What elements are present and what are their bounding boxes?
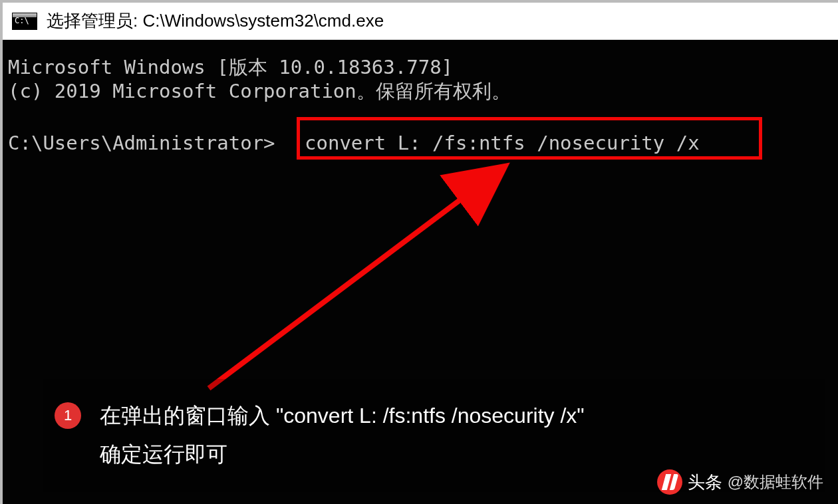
terminal-area[interactable]: Microsoft Windows [版本 10.0.18363.778] (c… (3, 40, 838, 504)
window-title: 选择管理员: C:\Windows\system32\cmd.exe (47, 9, 384, 33)
watermark-author: @数据蛙软件 (728, 471, 823, 493)
step-number-badge: 1 (55, 402, 81, 429)
svg-line-0 (209, 169, 501, 388)
version-line: Microsoft Windows [版本 10.0.18363.778] (8, 55, 453, 81)
highlight-rectangle (297, 117, 762, 160)
window-titlebar[interactable]: 选择管理员: C:\Windows\system32\cmd.exe (3, 3, 838, 40)
arrow-annotation (189, 156, 535, 402)
watermark: 头条 @数据蛙软件 (657, 469, 823, 495)
copyright-line: (c) 2019 Microsoft Corporation。保留所有权利。 (8, 78, 511, 105)
cmd-icon (12, 13, 37, 30)
prompt-text: C:\Users\Administrator> (8, 132, 275, 154)
instruction-text: 在弹出的窗口输入 "convert L: /fs:ntfs /nosecurit… (100, 397, 585, 473)
watermark-prefix: 头条 (688, 471, 722, 494)
toutiao-logo-icon (657, 469, 682, 495)
